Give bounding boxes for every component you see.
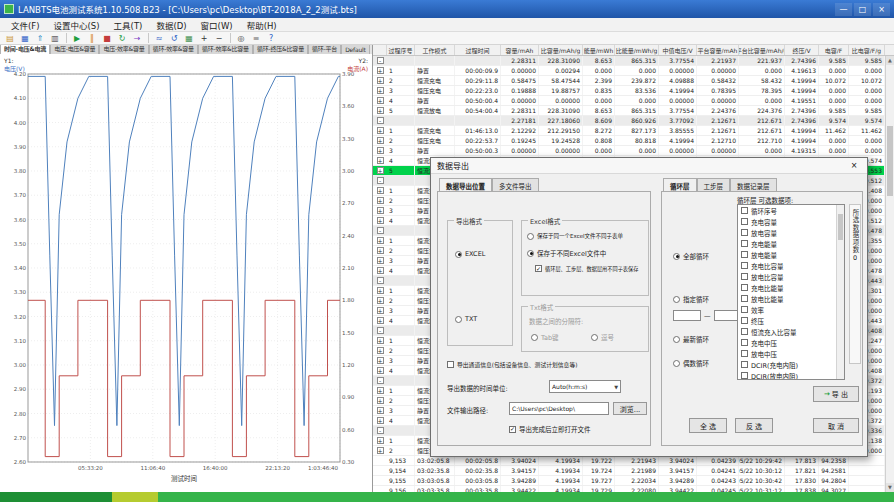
row-expander[interactable]: +	[373, 336, 387, 345]
row-expander[interactable]: +	[373, 216, 387, 225]
chart-tab[interactable]: Default	[341, 45, 370, 54]
table-row[interactable]: 9,15403:02:35.800:02:35.83.941574.199341…	[373, 466, 885, 476]
row-expander[interactable]: -	[373, 176, 387, 185]
row-expander[interactable]: +	[373, 406, 387, 415]
select-all-button[interactable]: 全 选	[689, 418, 727, 433]
expand-icon[interactable]: +	[377, 77, 384, 84]
list-item-checkbox-icon[interactable]	[741, 350, 748, 357]
list-item[interactable]: 放电中压	[738, 348, 844, 359]
list-item-checkbox-icon[interactable]	[741, 339, 748, 346]
list-scrollbar[interactable]	[836, 205, 844, 379]
column-header[interactable]: 平台容量/mAh	[697, 45, 739, 55]
list-item[interactable]: 充电能量	[738, 238, 844, 249]
radio-excel-icon[interactable]	[455, 251, 462, 258]
minimize-button[interactable]: —	[835, 3, 852, 16]
menu-item[interactable]: 工具(T)	[107, 18, 150, 32]
menu-item[interactable]: 帮助(H)	[240, 18, 284, 32]
list-item[interactable]: 充电比能量	[738, 282, 844, 293]
cycle-range-start-input[interactable]	[673, 310, 701, 321]
expand-icon[interactable]: +	[377, 247, 384, 254]
expand-icon[interactable]: +	[377, 267, 384, 274]
output-path-input[interactable]: C:\Users\pc\Desktop\	[509, 402, 609, 415]
radio-comma-icon[interactable]	[591, 334, 598, 341]
row-expander[interactable]: +	[373, 396, 387, 405]
list-item-checkbox-icon[interactable]	[741, 317, 748, 324]
expand-icon[interactable]: +	[377, 257, 384, 264]
expand-icon[interactable]: +	[377, 87, 384, 94]
column-header[interactable]: 中值电压/V	[659, 45, 697, 55]
row-expander[interactable]: -	[373, 376, 387, 385]
row-expander[interactable]: +	[373, 256, 387, 265]
table-view-icon[interactable]: ▦	[182, 32, 196, 44]
row-expander[interactable]: +	[373, 156, 387, 165]
column-header[interactable]: 能量/mWh	[583, 45, 615, 55]
column-header[interactable]: 终压/V	[785, 45, 819, 55]
chart-tab[interactable]: 电压-电压&容量	[50, 45, 99, 54]
expand-icon[interactable]: +	[377, 157, 384, 164]
collapse-icon[interactable]: -	[377, 277, 384, 284]
pause-test-icon[interactable]: ‖	[85, 32, 99, 44]
chart-tab[interactable]: 时间-电压&电流	[0, 45, 50, 54]
cycle-option[interactable]: 指定循环	[673, 294, 709, 304]
expand-icon[interactable]: +	[377, 307, 384, 314]
row-expander[interactable]: +	[373, 446, 387, 455]
excel-subsheet-option[interactable]: ✓ 循环层、工步层、数据层用不同子表保存	[535, 265, 638, 272]
scroll-up-icon[interactable]: ▲	[886, 56, 894, 65]
row-expander[interactable]: +	[373, 146, 387, 155]
checkbox-channel-info-icon[interactable]	[447, 361, 454, 368]
expand-icon[interactable]: +	[377, 407, 384, 414]
radio-cycle-icon[interactable]	[673, 360, 680, 367]
vertical-scrollbar[interactable]: ▲ ▼	[885, 56, 894, 492]
chart-tab[interactable]: 循环-终压&比容量	[253, 45, 308, 54]
excel-diff-file-option[interactable]: 保存于不同Excel文件中	[527, 248, 606, 258]
radio-cycle-icon[interactable]	[673, 253, 680, 260]
collapse-icon[interactable]: -	[377, 427, 384, 434]
invert-selection-button[interactable]: 反 选	[735, 418, 773, 433]
close-button[interactable]: ×	[873, 3, 890, 16]
browse-button[interactable]: 浏览...	[613, 402, 647, 415]
save-icon[interactable]: ▦	[18, 32, 32, 44]
list-item-checkbox-icon[interactable]	[741, 262, 748, 269]
maximize-button[interactable]: □	[854, 3, 871, 16]
row-expander[interactable]: +	[373, 246, 387, 255]
checkbox-subsheet-icon[interactable]: ✓	[535, 265, 542, 272]
list-item[interactable]: 循环序号	[738, 205, 844, 216]
expand-icon[interactable]: +	[377, 217, 384, 224]
table-row[interactable]: +5恒流放电00:54:00.42.28311228.310908.653865…	[373, 106, 885, 116]
row-expander[interactable]: +	[373, 366, 387, 375]
row-expander[interactable]: -	[373, 326, 387, 335]
help-icon[interactable]: ?	[264, 32, 278, 44]
list-item[interactable]: 效率	[738, 304, 844, 315]
stop-test-icon[interactable]: ■	[100, 32, 114, 44]
row-expander[interactable]: -	[373, 56, 387, 65]
menu-item[interactable]: 窗口(W)	[194, 18, 240, 32]
scroll-down-icon[interactable]: ▼	[886, 483, 894, 492]
jump-step-icon[interactable]: →	[130, 32, 144, 44]
row-expander[interactable]: +	[373, 386, 387, 395]
row-expander[interactable]: +	[373, 346, 387, 355]
expand-icon[interactable]: +	[377, 317, 384, 324]
curve-view-icon[interactable]: ≈	[152, 32, 166, 44]
collapse-icon[interactable]: -	[377, 57, 384, 64]
expand-icon[interactable]: +	[377, 197, 384, 204]
expand-icon[interactable]: +	[377, 287, 384, 294]
export-data-icon[interactable]: ⇑	[33, 32, 47, 44]
cycle-option[interactable]: 最新循环	[673, 334, 709, 344]
column-header[interactable]: 比容量/mAh/g	[539, 45, 583, 55]
expand-icon[interactable]: +	[377, 127, 384, 134]
list-item-checkbox-icon[interactable]	[741, 361, 748, 368]
row-expander[interactable]: +	[373, 76, 387, 85]
menu-item[interactable]: 数据(D)	[149, 18, 193, 32]
dialog-close-icon[interactable]: ×	[847, 160, 861, 172]
list-item[interactable]: 恒流充入比容量	[738, 326, 844, 337]
cycle-item-list[interactable]: 循环序号充电容量放电容量充电能量放电能量充电比容量放电比容量充电比能量放电比能量…	[737, 204, 845, 380]
row-expander[interactable]: +	[373, 86, 387, 95]
chart-tab[interactable]: 循环-效率&比容量	[198, 45, 253, 54]
list-item[interactable]: DCIR(放电内阻)	[738, 370, 844, 380]
column-header[interactable]: 电容/F	[819, 45, 849, 55]
expand-icon[interactable]: +	[377, 167, 384, 174]
list-item-checkbox-icon[interactable]	[741, 306, 748, 313]
radio-same-file-icon[interactable]	[527, 233, 534, 240]
list-item-checkbox-icon[interactable]	[741, 251, 748, 258]
expand-icon[interactable]: +	[377, 397, 384, 404]
